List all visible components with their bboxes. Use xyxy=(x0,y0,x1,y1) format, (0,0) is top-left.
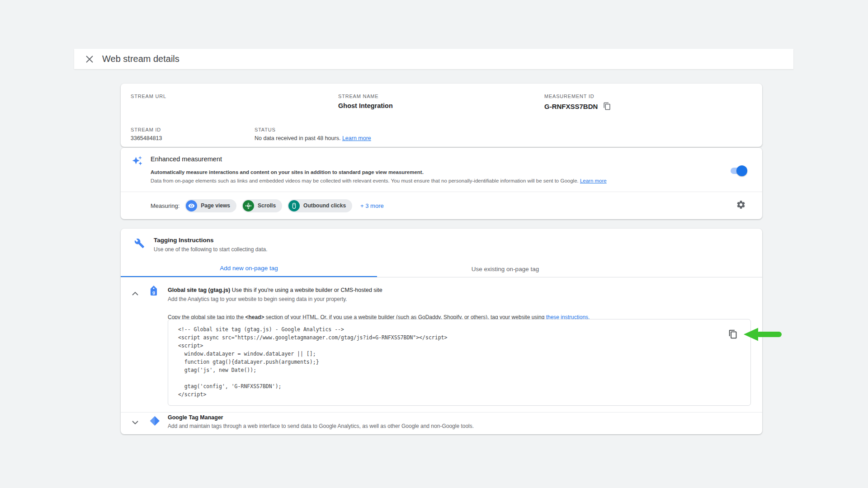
status-text: No data received in past 48 hours. xyxy=(255,135,340,141)
chip-page-views[interactable]: Page views xyxy=(185,199,236,212)
enhanced-measurement-desc2: Data from on-page elements such as links… xyxy=(151,178,747,183)
status-label: STATUS xyxy=(255,127,371,132)
gtm-section-subtitle: Add and maintain tags through a web inte… xyxy=(168,423,751,429)
sparkle-icon xyxy=(132,155,143,167)
collapse-gtag-section-button[interactable] xyxy=(131,289,140,298)
tagging-instructions-card: Tagging Instructions Use one of the foll… xyxy=(121,229,762,434)
chip-outbound-clicks[interactable]: Outbound clicks xyxy=(288,199,352,212)
status-learn-more-link[interactable]: Learn more xyxy=(342,135,371,141)
measurement-id-value: G-RNFXSS7BDN xyxy=(544,103,598,110)
gtag-code-block: <!-- Global site tag (gtag.js) - Google … xyxy=(168,319,751,406)
tagging-tabs: Add new on-page tag Use existing on-page… xyxy=(121,260,633,277)
stream-info-card: STREAM URL STREAM NAME Ghost Integration… xyxy=(121,84,762,147)
chip-label: Outbound clicks xyxy=(303,202,346,209)
gtag-section-subtitle: Add the Analytics tag to your website to… xyxy=(168,296,751,302)
stream-name-value: Ghost Integration xyxy=(338,102,393,109)
tab-use-existing-on-page-tag[interactable]: Use existing on-page tag xyxy=(377,260,633,277)
gtag-section-title: Global site tag (gtag.js) Use this if yo… xyxy=(168,286,751,294)
enhanced-measurement-card: Enhanced measurement Automatically measu… xyxy=(121,148,762,219)
expand-gtm-section-button[interactable] xyxy=(131,418,140,427)
measuring-row: Measuring: Page views Scrolls Outbound c… xyxy=(151,192,384,219)
web-stream-details-page: Web stream details STREAM URL STREAM NAM… xyxy=(0,0,868,488)
measuring-label: Measuring: xyxy=(151,202,179,209)
measuring-settings-button[interactable] xyxy=(736,200,746,210)
toggle-knob xyxy=(736,165,747,176)
copy-icon xyxy=(603,102,611,110)
close-icon xyxy=(85,55,94,63)
enhanced-learn-more-link[interactable]: Learn more xyxy=(580,178,607,183)
mouse-icon xyxy=(288,200,300,211)
scroll-arrows-icon xyxy=(243,200,254,211)
stream-id-label: STREAM ID xyxy=(131,127,162,132)
status-value: No data received in past 48 hours. Learn… xyxy=(255,135,371,141)
gtag-tag-icon: g xyxy=(150,286,158,296)
gtm-section-title: Google Tag Manager xyxy=(168,414,751,421)
chevron-down-icon xyxy=(132,421,138,424)
stream-name-label: STREAM NAME xyxy=(338,94,393,99)
more-measuring-link[interactable]: + 3 more xyxy=(360,202,384,209)
gtag-title-bold: Global site tag (gtag.js) xyxy=(168,287,230,293)
gear-icon xyxy=(736,200,746,210)
stream-id-value: 3365484813 xyxy=(131,135,162,141)
svg-text:g: g xyxy=(152,290,155,295)
stream-url-label: STREAM URL xyxy=(131,94,166,99)
enhanced-measurement-toggle[interactable] xyxy=(731,168,746,174)
measurement-id-label: MEASUREMENT ID xyxy=(544,94,611,99)
tabs-divider xyxy=(121,277,762,277)
chevron-up-icon xyxy=(132,292,138,296)
enhanced-desc2-text: Data from on-page elements such as links… xyxy=(151,178,579,183)
chip-scrolls[interactable]: Scrolls xyxy=(242,199,282,212)
gtag-title-rest: Use this if you're using a website build… xyxy=(230,287,382,293)
divider xyxy=(121,412,762,413)
modal-header: Web stream details xyxy=(74,49,793,69)
chip-label: Scrolls xyxy=(258,202,276,209)
copy-icon xyxy=(728,329,738,339)
wrench-icon xyxy=(134,238,145,249)
tagging-instructions-subtitle: Use one of the following to start collec… xyxy=(154,246,267,253)
enhanced-measurement-title: Enhanced measurement xyxy=(151,155,222,163)
eye-icon xyxy=(186,200,197,211)
page-title: Web stream details xyxy=(102,54,179,64)
google-tag-manager-icon xyxy=(150,415,160,427)
close-button[interactable] xyxy=(83,53,96,66)
copy-measurement-id-button[interactable] xyxy=(603,102,611,110)
chip-label: Page views xyxy=(201,202,230,209)
copy-code-button[interactable] xyxy=(728,329,738,339)
enhanced-measurement-desc1: Automatically measure interactions and c… xyxy=(151,169,747,175)
gtag-code[interactable]: <!-- Global site tag (gtag.js) - Google … xyxy=(168,319,750,404)
tab-add-new-on-page-tag[interactable]: Add new on-page tag xyxy=(121,260,377,277)
tagging-instructions-title: Tagging Instructions xyxy=(154,237,267,244)
